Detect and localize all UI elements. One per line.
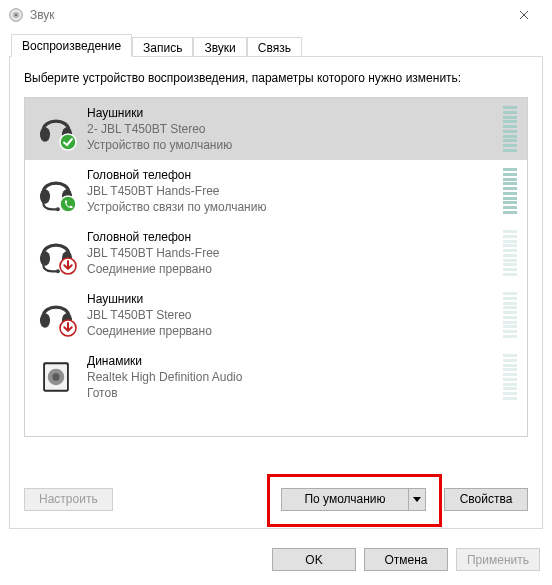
tabstrip: Воспроизведение Запись Звуки Связь [9, 34, 543, 57]
level-meter [503, 168, 517, 214]
device-row[interactable]: Наушники 2- JBL T450BT Stereo Устройство… [25, 98, 527, 160]
device-status: Соединение прервано [87, 323, 497, 339]
default-check-badge-icon [59, 133, 77, 151]
headset-icon [31, 167, 81, 215]
button-label: Отмена [384, 553, 427, 567]
svg-point-5 [60, 134, 76, 150]
tab-label: Связь [258, 41, 291, 55]
tab-communications[interactable]: Связь [247, 37, 302, 58]
device-row[interactable]: Головной телефон JBL T450BT Hands-Free У… [25, 160, 527, 222]
tabpage-buttons: Настроить По умолчанию Свойства [24, 482, 528, 516]
device-status: Устройство связи по умолчанию [87, 199, 497, 215]
sound-window: Звук Воспроизведение Запись Звуки Связь … [0, 0, 552, 585]
device-sub: 2- JBL T450BT Stereo [87, 121, 497, 137]
headset-icon [31, 229, 81, 277]
device-status: Готов [87, 385, 497, 401]
device-name: Головной телефон [87, 229, 497, 245]
device-list[interactable]: Наушники 2- JBL T450BT Stereo Устройство… [24, 97, 528, 437]
device-row[interactable]: Головной телефон JBL T450BT Hands-Free С… [25, 222, 527, 284]
set-default-splitbutton[interactable]: По умолчанию [281, 488, 426, 511]
device-text: Наушники JBL T450BT Stereo Соединение пр… [81, 291, 497, 340]
button-label: Применить [467, 553, 529, 567]
device-text: Динамики Realtek High Definition Audio Г… [81, 353, 497, 402]
chevron-down-icon [413, 497, 421, 502]
instructions-text: Выберите устройство воспроизведения, пар… [24, 71, 528, 85]
client-area: Воспроизведение Запись Звуки Связь Выбер… [9, 34, 543, 529]
device-status: Устройство по умолчанию [87, 137, 497, 153]
configure-button[interactable]: Настроить [24, 488, 113, 511]
device-name: Динамики [87, 353, 497, 369]
device-name: Наушники [87, 291, 497, 307]
headphones-icon [31, 105, 81, 153]
device-sub: Realtek High Definition Audio [87, 369, 497, 385]
svg-point-3 [40, 127, 50, 142]
headphones-icon [31, 291, 81, 339]
level-meter [503, 106, 517, 152]
button-label: Свойства [460, 492, 513, 506]
button-label: OK [305, 553, 322, 567]
device-sub: JBL T450BT Hands-Free [87, 245, 497, 261]
button-label: По умолчанию [304, 492, 385, 506]
device-text: Головной телефон JBL T450BT Hands-Free С… [81, 229, 497, 278]
properties-button[interactable]: Свойства [444, 488, 528, 511]
close-button[interactable] [504, 1, 544, 29]
apply-button[interactable]: Применить [456, 548, 540, 571]
tab-recording[interactable]: Запись [132, 37, 193, 58]
level-meter [503, 354, 517, 400]
default-comm-badge-icon [59, 195, 77, 213]
svg-point-6 [40, 189, 50, 204]
window-title: Звук [30, 8, 504, 22]
titlebar: Звук [0, 0, 552, 30]
tab-playback[interactable]: Воспроизведение [11, 34, 132, 57]
svg-point-2 [15, 14, 18, 17]
device-name: Наушники [87, 105, 497, 121]
level-meter [503, 292, 517, 338]
tab-label: Запись [143, 41, 182, 55]
tabpage-playback: Выберите устройство воспроизведения, пар… [9, 56, 543, 529]
device-row[interactable]: Наушники JBL T450BT Stereo Соединение пр… [25, 284, 527, 346]
device-text: Головной телефон JBL T450BT Hands-Free У… [81, 167, 497, 216]
device-text: Наушники 2- JBL T450BT Stereo Устройство… [81, 105, 497, 154]
device-status: Соединение прервано [87, 261, 497, 277]
device-row[interactable]: Динамики Realtek High Definition Audio Г… [25, 346, 527, 408]
tab-sounds[interactable]: Звуки [193, 37, 246, 58]
svg-point-10 [40, 251, 50, 266]
level-meter [503, 230, 517, 276]
disconnected-badge-icon [59, 319, 77, 337]
tab-label: Воспроизведение [22, 39, 121, 53]
ok-button[interactable]: OK [272, 548, 356, 571]
set-default-dropdown[interactable] [409, 488, 426, 511]
button-label: Настроить [39, 492, 98, 506]
svg-point-14 [40, 313, 50, 328]
sound-app-icon [8, 7, 24, 23]
device-name: Головной телефон [87, 167, 497, 183]
set-default-button[interactable]: По умолчанию [281, 488, 409, 511]
svg-point-9 [60, 196, 76, 212]
disconnected-badge-icon [59, 257, 77, 275]
cancel-button[interactable]: Отмена [364, 548, 448, 571]
speakers-icon [31, 353, 81, 401]
tab-label: Звуки [204, 41, 235, 55]
svg-point-20 [52, 373, 59, 380]
device-sub: JBL T450BT Stereo [87, 307, 497, 323]
dialog-buttons: OK Отмена Применить [272, 548, 540, 571]
device-sub: JBL T450BT Hands-Free [87, 183, 497, 199]
